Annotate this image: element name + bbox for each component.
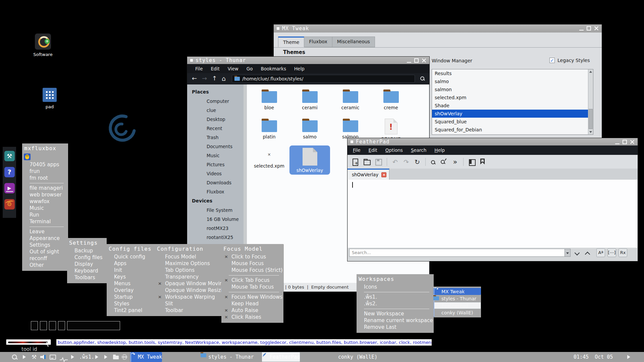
menu-item[interactable]: Keyboard xyxy=(67,267,107,274)
redo-icon[interactable]: ↷ xyxy=(403,159,409,165)
menu-item[interactable]: Out of sight xyxy=(22,248,68,255)
showdesktop-icon[interactable] xyxy=(23,352,26,362)
maximize-button[interactable] xyxy=(414,58,419,63)
menu-item[interactable]: Tint2 panel xyxy=(107,307,155,314)
browser-globe-icon[interactable] xyxy=(122,352,127,362)
file-item[interactable]: shOwVerlay xyxy=(289,145,330,175)
menu-item[interactable]: Init xyxy=(107,267,155,274)
file-item[interactable]: selected.xpm xyxy=(249,145,289,175)
menu-item[interactable]: .ẘs1. xyxy=(357,294,434,300)
sidebar-place-row[interactable]: clue xyxy=(187,106,244,115)
menu-item[interactable]: Menus xyxy=(107,280,155,287)
window-list-item[interactable]: styles - Thunar xyxy=(433,295,481,302)
up-icon[interactable]: ↑ xyxy=(212,75,217,82)
scroll-up-icon[interactable] xyxy=(589,71,592,73)
file-item[interactable]: cerami xyxy=(289,87,330,116)
menubar-item[interactable]: View xyxy=(224,66,242,71)
menubar-item[interactable]: Edit xyxy=(365,147,381,153)
menu-item[interactable]: Run xyxy=(22,212,68,218)
file-item[interactable]: salmo xyxy=(289,116,330,145)
sidebar-place-row[interactable]: Videos xyxy=(187,169,244,178)
menu-item[interactable]: Keep Head xyxy=(221,300,283,307)
mx-tools-icon[interactable]: ⚒ xyxy=(4,151,15,161)
menu-item[interactable]: file manageri xyxy=(22,185,68,191)
tools-wrench-icon[interactable]: ⚒ xyxy=(32,352,37,362)
minimize-button[interactable] xyxy=(579,26,584,31)
menubar-item[interactable]: Help xyxy=(290,66,308,71)
undo-icon[interactable]: ↶ xyxy=(392,159,398,165)
menu-item[interactable] xyxy=(357,307,434,310)
menu-item[interactable]: Styles xyxy=(107,300,155,307)
sidebar-place-row[interactable]: 16 GB Volume xyxy=(187,215,244,224)
menu-item[interactable]: .ẘs2. xyxy=(357,300,434,307)
media-player-icon[interactable]: ▶ xyxy=(4,183,15,193)
sidebar-place-row[interactable]: Desktop xyxy=(187,115,244,124)
find-previous-icon[interactable] xyxy=(584,249,591,256)
featherpad-titlebar[interactable]: FeatherPad xyxy=(347,138,638,145)
tab[interactable]: Fluxbox xyxy=(304,37,332,47)
menu-item[interactable]: Music xyxy=(22,205,68,212)
menu-item[interactable]: Other xyxy=(22,262,68,268)
clientmenu-icon[interactable] xyxy=(104,352,107,362)
window-menu-icon[interactable] xyxy=(190,59,193,62)
match-case-button[interactable]: Aª xyxy=(596,248,605,257)
minimize-button[interactable] xyxy=(615,140,620,144)
menu-item[interactable] xyxy=(357,290,434,294)
menu-item[interactable] xyxy=(221,290,283,294)
desktop-icon-pad[interactable]: pad xyxy=(39,88,60,109)
minimize-button[interactable] xyxy=(407,58,411,63)
maximize-button[interactable] xyxy=(587,26,591,31)
search-icon[interactable] xyxy=(420,76,425,81)
list-item[interactable]: salmo xyxy=(432,77,588,85)
list-item[interactable]: Squared_for_Debian xyxy=(432,126,588,134)
menu-item[interactable]: ×Focus New Windows xyxy=(221,294,283,300)
menu-item[interactable]: New Workspace xyxy=(357,310,434,317)
scroll-thumb[interactable] xyxy=(589,109,593,129)
sidebar-place-row[interactable]: Recent xyxy=(187,124,244,133)
menu-item[interactable]: Opaque Window Resizing xyxy=(155,287,221,294)
menubar-item[interactable]: Help xyxy=(430,147,449,153)
list-item[interactable]: selected.xpm xyxy=(432,94,588,102)
menu-item[interactable]: Keys xyxy=(107,274,155,280)
window-menu-icon[interactable] xyxy=(277,27,279,30)
menubar-item[interactable]: Bookmarks xyxy=(257,66,290,71)
menu-item[interactable]: Startup xyxy=(107,294,155,300)
list-item[interactable]: salmon xyxy=(432,85,588,94)
workspace-name[interactable]: .ẘs1. xyxy=(79,352,94,362)
find-replace-icon[interactable] xyxy=(440,159,447,165)
file-item[interactable]: platin xyxy=(249,116,289,145)
menu-item[interactable]: Apps xyxy=(107,260,155,267)
volume-icon[interactable] xyxy=(40,352,46,362)
window-list-item[interactable]: conky (WallE) xyxy=(433,309,481,316)
sidebar-place-row[interactable]: Documents xyxy=(187,142,244,151)
menu-item[interactable]: Slit xyxy=(155,300,221,307)
tool-id-bar[interactable] xyxy=(6,339,51,345)
close-button[interactable] xyxy=(422,58,426,63)
open-file-icon[interactable] xyxy=(363,159,370,165)
sidebar-place-row[interactable]: Fluxbox xyxy=(187,187,244,196)
menu-item[interactable]: Remove Last xyxy=(357,324,434,330)
close-button[interactable] xyxy=(630,140,634,144)
window-list-item[interactable]: FeatherPad xyxy=(433,302,481,309)
menu-item[interactable]: 70405 apps xyxy=(22,161,68,168)
tab-close-icon[interactable]: × xyxy=(381,172,386,177)
menu-item[interactable]: ×Auto Raise xyxy=(221,307,283,314)
rootmenu-arrow-icon[interactable] xyxy=(627,352,630,362)
menu-item[interactable]: Mouse Focus xyxy=(221,260,283,267)
menu-item[interactable] xyxy=(221,274,283,277)
scroll-down-icon[interactable] xyxy=(589,131,592,133)
whole-word-button[interactable]: [⋯] xyxy=(607,248,616,257)
sidebar-place-row[interactable]: File System xyxy=(187,205,244,215)
search-dropdown-icon[interactable] xyxy=(565,249,571,257)
desktop-icon-software[interactable]: + Software xyxy=(31,34,55,57)
menu-item[interactable]: ×Click to Focus xyxy=(221,253,283,260)
taskbar-task[interactable]: FeatherPad xyxy=(262,352,300,362)
side-pane-icon[interactable] xyxy=(469,159,475,165)
menu-item[interactable]: Icons xyxy=(357,284,434,290)
editor-text-area[interactable] xyxy=(348,180,637,248)
more-chevrons-icon[interactable]: » xyxy=(452,159,458,165)
legacy-styles-checkbox[interactable]: ✓ xyxy=(549,58,555,63)
menu-item[interactable] xyxy=(22,225,68,228)
menubar-item[interactable]: File xyxy=(349,147,365,153)
menu-item[interactable]: Backup xyxy=(67,247,107,254)
